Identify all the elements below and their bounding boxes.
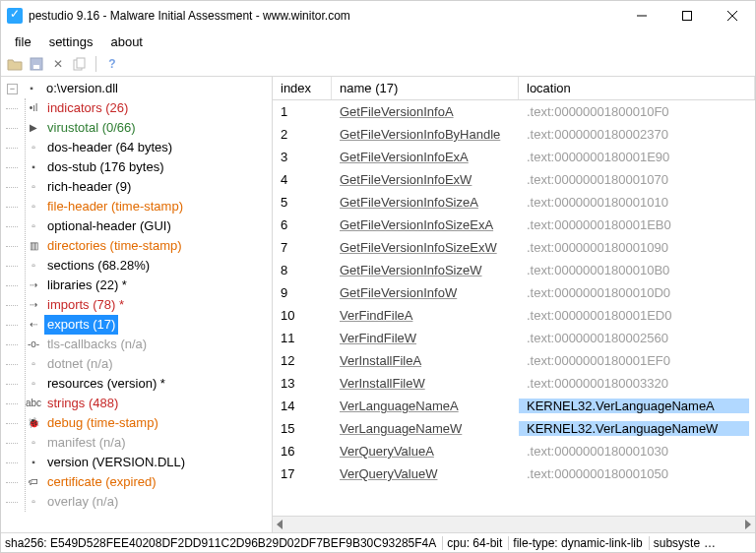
menu-settings[interactable]: settings xyxy=(41,32,101,51)
tree-item[interactable]: ⇢imports (78) * xyxy=(18,295,272,315)
table-row[interactable]: 9GetFileVersionInfoW.text:00000001800010… xyxy=(273,281,755,304)
table-row[interactable]: 17VerQueryValueW.text:0000000180001050 xyxy=(273,462,755,485)
tree-item[interactable]: ▫sections (68.28%) xyxy=(18,256,272,276)
table-body[interactable]: 1GetFileVersionInfoA.text:00000001800010… xyxy=(273,100,755,516)
table-row[interactable]: 16VerQueryValueA.text:0000000180001030 xyxy=(273,440,755,462)
export-name-link[interactable]: VerLanguageNameW xyxy=(340,421,462,436)
cell-index: 11 xyxy=(273,331,332,345)
tree-item-label: strings (488) xyxy=(44,394,121,413)
cell-location: .text:0000000180001070 xyxy=(519,172,755,187)
expander-icon[interactable]: − xyxy=(7,84,18,94)
tree-item[interactable]: 🏷certificate (expired) xyxy=(18,472,272,492)
table-row[interactable]: 3GetFileVersionInfoExA.text:000000018000… xyxy=(273,146,755,168)
close-icon xyxy=(727,11,737,21)
cell-index: 8 xyxy=(273,263,332,277)
tree-item-icon: •ıl xyxy=(26,101,41,115)
cell-index: 17 xyxy=(273,466,332,481)
menu-file[interactable]: file xyxy=(7,32,39,51)
table-row[interactable]: 4GetFileVersionInfoExW.text:000000018000… xyxy=(273,168,755,191)
tree-item[interactable]: ▪dos-stub (176 bytes) xyxy=(18,157,272,177)
minimize-button[interactable] xyxy=(619,1,664,31)
cell-location: .text:0000000180001030 xyxy=(519,444,755,459)
col-index[interactable]: index xyxy=(273,77,332,99)
cell-location: KERNEL32.VerLanguageNameA xyxy=(519,399,749,413)
menu-about[interactable]: about xyxy=(102,32,151,51)
tree-item-label: tls-callbacks (n/a) xyxy=(44,335,150,354)
export-name-link[interactable]: GetFileVersionInfoExW xyxy=(340,172,472,187)
cell-name: GetFileVersionInfoExA xyxy=(332,150,519,164)
maximize-button[interactable] xyxy=(664,1,710,31)
tree-root[interactable]: − ▪ o:\version.dll xyxy=(5,79,272,98)
help-icon[interactable]: ? xyxy=(104,56,120,72)
export-name-link[interactable]: VerInstallFileW xyxy=(340,376,425,391)
tree-item[interactable]: ▫rich-header (9) xyxy=(18,177,272,197)
export-name-link[interactable]: GetFileVersionInfoByHandle xyxy=(340,127,500,142)
tree-item[interactable]: ⇢libraries (22) * xyxy=(18,276,272,295)
export-name-link[interactable]: VerFindFileW xyxy=(340,331,416,345)
export-name-link[interactable]: GetFileVersionInfoSizeW xyxy=(340,263,482,277)
export-name-link[interactable]: GetFileVersionInfoA xyxy=(340,104,454,119)
table-row[interactable]: 6GetFileVersionInfoSizeExA.text:00000001… xyxy=(273,214,755,236)
export-name-link[interactable]: VerFindFileA xyxy=(340,308,412,323)
cell-index: 13 xyxy=(273,376,332,391)
table-pane: index name (17) location 1GetFileVersion… xyxy=(273,77,755,532)
tree-item-label: dos-stub (176 bytes) xyxy=(44,157,167,177)
export-name-link[interactable]: GetFileVersionInfoSizeA xyxy=(340,195,478,210)
cell-index: 12 xyxy=(273,353,332,368)
table-row[interactable]: 12VerInstallFileA.text:0000000180001EF0 xyxy=(273,349,755,372)
save-icon[interactable] xyxy=(29,56,44,72)
svg-rect-1 xyxy=(683,12,692,21)
tree-item-icon: ▫ xyxy=(26,436,41,450)
table-row[interactable]: 5GetFileVersionInfoSizeA.text:0000000180… xyxy=(273,191,755,214)
tree-pane[interactable]: − ▪ o:\version.dll •ılindicators (26)▶vi… xyxy=(1,77,273,532)
cell-name: VerInstallFileW xyxy=(332,376,519,391)
tree-item[interactable]: •ılindicators (26) xyxy=(18,98,272,118)
export-name-link[interactable]: VerQueryValueA xyxy=(340,444,434,459)
body-split: − ▪ o:\version.dll •ılindicators (26)▶vi… xyxy=(1,77,755,532)
export-name-link[interactable]: VerQueryValueW xyxy=(340,466,437,481)
tree-item[interactable]: ▫optional-header (GUI) xyxy=(18,216,272,236)
cell-location: .text:0000000180001ED0 xyxy=(519,308,755,323)
export-name-link[interactable]: GetFileVersionInfoSizeExW xyxy=(340,240,497,255)
tree-item-label: imports (78) * xyxy=(44,295,127,315)
table-row[interactable]: 8GetFileVersionInfoSizeW.text:0000000180… xyxy=(273,259,755,281)
tree-item[interactable]: ▫file-header (time-stamp) xyxy=(18,197,272,216)
copy-icon[interactable] xyxy=(72,56,88,72)
export-name-link[interactable]: GetFileVersionInfoSizeExA xyxy=(340,217,493,232)
tree-item-label: debug (time-stamp) xyxy=(44,413,161,433)
tree-item[interactable]: 🐞debug (time-stamp) xyxy=(18,413,272,433)
table-row[interactable]: 14VerLanguageNameAKERNEL32.VerLanguageNa… xyxy=(273,395,755,417)
close-button[interactable] xyxy=(710,1,755,31)
cell-name: VerInstallFileA xyxy=(332,353,519,368)
tree-item[interactable]: ▫manifest (n/a) xyxy=(18,433,272,453)
tree-item[interactable]: ▥directories (time-stamp) xyxy=(18,236,272,256)
table-row[interactable]: 7GetFileVersionInfoSizeExW.text:00000001… xyxy=(273,236,755,259)
tree-item[interactable]: ⇠exports (17) xyxy=(18,315,272,335)
delete-icon[interactable]: ✕ xyxy=(50,56,66,72)
horizontal-scrollbar[interactable] xyxy=(273,516,755,532)
col-location[interactable]: location xyxy=(519,77,755,99)
tree-item[interactable]: -o-tls-callbacks (n/a) xyxy=(18,335,272,354)
tree-item[interactable]: abcstrings (488) xyxy=(18,394,272,413)
table-row[interactable]: 13VerInstallFileW.text:0000000180003320 xyxy=(273,372,755,395)
col-name[interactable]: name (17) xyxy=(332,77,519,99)
table-row[interactable]: 1GetFileVersionInfoA.text:00000001800010… xyxy=(273,100,755,123)
export-name-link[interactable]: GetFileVersionInfoExA xyxy=(340,150,469,164)
tree-item[interactable]: ▫dotnet (n/a) xyxy=(18,354,272,374)
tree-item[interactable]: ▫dos-header (64 bytes) xyxy=(18,138,272,157)
tree-item[interactable]: ▫overlay (n/a) xyxy=(18,492,272,512)
export-name-link[interactable]: VerLanguageNameA xyxy=(340,399,459,413)
table-row[interactable]: 15VerLanguageNameWKERNEL32.VerLanguageNa… xyxy=(273,417,755,440)
table-row[interactable]: 10VerFindFileA.text:0000000180001ED0 xyxy=(273,304,755,327)
export-name-link[interactable]: VerInstallFileA xyxy=(340,353,421,368)
file-icon: ▪ xyxy=(24,82,39,95)
tree-item[interactable]: ▪version (VERSION.DLL) xyxy=(18,453,272,472)
cell-name: GetFileVersionInfoW xyxy=(332,285,519,300)
tree-item[interactable]: ▶virustotal (0/66) xyxy=(18,118,272,138)
export-name-link[interactable]: GetFileVersionInfoW xyxy=(340,285,457,300)
table-row[interactable]: 11VerFindFileW.text:0000000180002560 xyxy=(273,327,755,349)
open-icon[interactable] xyxy=(7,56,23,72)
tree-item[interactable]: ▫resources (version) * xyxy=(18,374,272,394)
minimize-icon xyxy=(637,11,647,21)
table-row[interactable]: 2GetFileVersionInfoByHandle.text:0000000… xyxy=(273,123,755,146)
